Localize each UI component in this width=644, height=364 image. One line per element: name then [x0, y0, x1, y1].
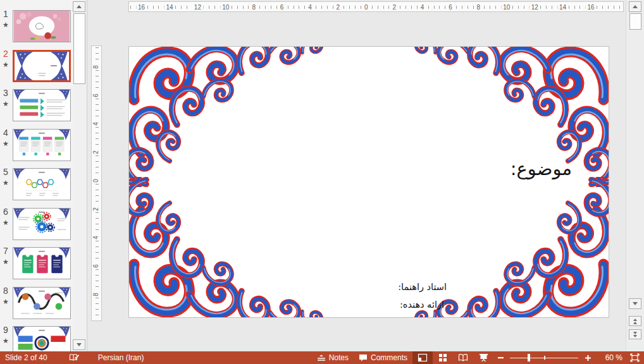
ornament-bottom-right [400, 177, 609, 318]
ruler-number: 10 [220, 3, 231, 11]
slide-preview-art [13, 90, 70, 121]
previous-slide-button[interactable] [629, 316, 641, 326]
slide-thumbnail-item-9[interactable]: 9★ [0, 325, 72, 351]
slide-thumbnail-item-3[interactable]: 3★ [0, 88, 72, 124]
notes-button[interactable]: Notes [312, 351, 354, 364]
ruler-number: 2 [92, 206, 99, 212]
slide-thumbnail-image[interactable] [13, 50, 71, 82]
status-bar: Slide 2 of 40 Persian (Iran) Notes [0, 351, 644, 364]
slide-thumbnail-item-6[interactable]: 6★ [0, 207, 72, 243]
transition-star-icon: ★ [3, 140, 9, 148]
ruler-number: 6 [278, 3, 286, 11]
main-scrollbar-thumb[interactable] [629, 13, 641, 30]
ruler-number: 12 [192, 3, 203, 11]
slide-number: 7 [3, 246, 8, 256]
vertical-ruler[interactable]: 864202468 [91, 46, 102, 321]
ruler-number: 14 [557, 3, 568, 11]
ruler-number: 6 [92, 92, 99, 99]
slide-preview-art [13, 248, 70, 279]
slide-number: 5 [3, 167, 8, 177]
ruler-number: 8 [92, 64, 99, 70]
slide-thumbnail-image[interactable] [13, 208, 71, 240]
slide-sorter-view-button[interactable] [433, 351, 453, 364]
slide-thumbnail-image[interactable] [13, 287, 71, 319]
ornament-top-left [128, 46, 338, 187]
slide-thumbnail-item-8[interactable]: 8★ [0, 286, 72, 322]
slide-preview-art [13, 288, 70, 318]
slideshow-view-button[interactable] [473, 351, 493, 364]
thumbnail-scroll-up-button[interactable] [73, 1, 85, 12]
zoom-level[interactable]: 60 % [595, 353, 626, 362]
horizontal-ruler-ticks [130, 6, 622, 9]
slide-number: 1 [3, 9, 8, 19]
zoom-slider[interactable] [510, 351, 578, 364]
ruler-number: 8 [92, 291, 99, 298]
ornament-top-right [400, 46, 609, 187]
transition-star-icon: ★ [3, 100, 9, 108]
ruler-number: 4 [306, 3, 314, 11]
presenter-text[interactable]: ارائه دهنده: [400, 300, 444, 310]
slide-thumbnail-item-1[interactable]: 1★ [0, 9, 72, 46]
language-indicator[interactable]: Persian (Iran) [93, 351, 149, 364]
zoom-in-button[interactable] [581, 351, 595, 364]
slide-thumbnail-image[interactable] [13, 247, 71, 279]
reading-view-icon [458, 353, 468, 362]
main-scrollbar[interactable] [626, 0, 644, 351]
zoom-out-button[interactable] [493, 351, 507, 364]
slide-number: 4 [3, 128, 8, 138]
zoom-slider-thumb[interactable] [528, 354, 530, 361]
fit-to-window-icon [630, 353, 640, 362]
ruler-number: 16 [136, 3, 147, 11]
next-slide-button[interactable] [629, 329, 641, 339]
slide-title-placeholder[interactable]: موضوع: [511, 158, 572, 179]
ruler-number: 0 [362, 3, 370, 11]
slide-sorter-icon [438, 353, 447, 362]
slide-thumbnail-image[interactable] [13, 326, 71, 351]
scroll-up-button[interactable] [629, 1, 641, 12]
slide-preview-art [13, 327, 70, 351]
ruler-number: 14 [164, 3, 175, 11]
slide-thumbnail-item-5[interactable]: 5★ [0, 167, 72, 203]
reading-view-button[interactable] [453, 351, 473, 364]
supervisor-text[interactable]: استاد راهنما: [398, 282, 447, 292]
ruler-number: 16 [585, 3, 596, 11]
spell-check-button[interactable] [64, 351, 88, 364]
transition-star-icon: ★ [3, 258, 9, 266]
scroll-down-button[interactable] [629, 298, 641, 309]
powerpoint-window: 1★ 2★ 3★ 4★ 5★ 6★ 7★ [0, 0, 644, 364]
ruler-number: 4 [419, 3, 426, 11]
slide-thumbnail-image[interactable] [13, 10, 71, 42]
slide-thumbnail-item-7[interactable]: 7★ [0, 246, 72, 282]
notes-icon [317, 354, 326, 361]
slide-number: 8 [3, 286, 8, 296]
ruler-number: 2 [335, 3, 342, 11]
slide-number: 2 [3, 49, 8, 59]
arrow-up-icon [77, 5, 82, 8]
slide-thumbnail-item-2[interactable]: 2★ [0, 49, 72, 85]
ruler-number: 6 [92, 263, 99, 269]
thumbnail-scrollbar-thumb[interactable] [73, 13, 85, 84]
slide-thumbnail-image[interactable] [13, 129, 71, 161]
ornament-bottom-left [128, 177, 338, 318]
arrow-down-icon [77, 343, 82, 346]
slide-canvas[interactable]: موضوع: استاد راهنما: ارائه دهنده: [128, 46, 609, 318]
slide-preview-art [13, 11, 70, 42]
slide-preview-art [13, 169, 70, 200]
ruler-number: 2 [390, 3, 398, 11]
slide-number: 6 [3, 207, 8, 217]
transition-star-icon: ★ [3, 61, 9, 69]
slide-indicator[interactable]: Slide 2 of 40 [5, 351, 53, 364]
transition-star-icon: ★ [3, 21, 9, 29]
slide-preview-art [13, 130, 70, 161]
thumbnail-scroll-down-button[interactable] [73, 339, 85, 350]
slide-thumbnail-item-4[interactable]: 4★ [0, 128, 72, 164]
fit-to-window-button[interactable] [626, 351, 643, 364]
slide-thumbnail-image[interactable] [13, 168, 71, 200]
horizontal-ruler[interactable]: 1614121086420246810121416 [128, 1, 624, 12]
slide-preview-art [13, 209, 70, 240]
slideshow-icon [479, 353, 488, 362]
ruler-number: 12 [529, 3, 540, 11]
slide-thumbnail-image[interactable] [13, 89, 71, 121]
comments-button[interactable]: Comments [354, 351, 412, 364]
normal-view-button[interactable] [412, 351, 433, 364]
